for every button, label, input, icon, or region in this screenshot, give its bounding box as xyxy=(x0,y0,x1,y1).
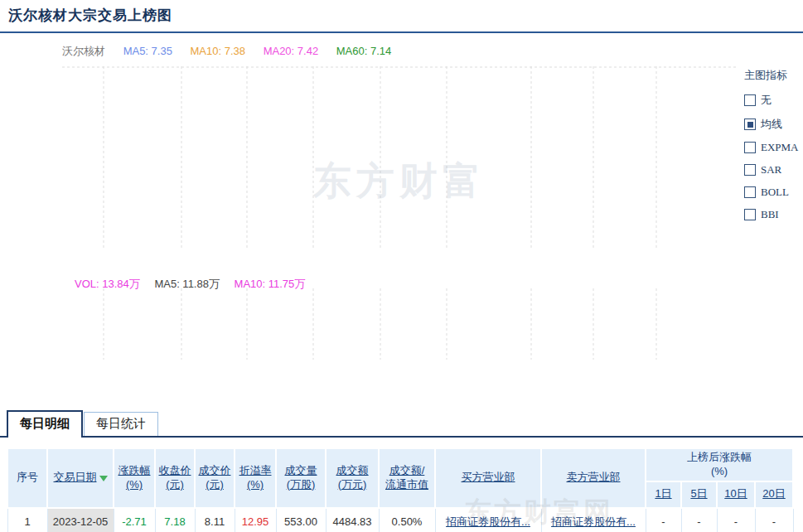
stock-name-label: 沃尔核材 xyxy=(62,45,105,57)
ma20-legend: MA20: 7.42 xyxy=(264,45,319,57)
checkbox-icon[interactable] xyxy=(744,164,756,176)
vol-value-label: VOL: 13.84万 xyxy=(75,278,140,290)
cell-volume: 553.00 xyxy=(276,508,326,532)
main-chart-legend: 沃尔核材 MA5: 7.35 MA10: 7.38 MA20: 7.42 MA6… xyxy=(62,44,406,59)
table-row: 1 2023-12-05 -2.71 7.18 8.11 12.95 553.0… xyxy=(7,508,793,532)
ma5-legend: MA5: 7.35 xyxy=(123,45,172,57)
indicator-option-ma[interactable]: 均线 xyxy=(744,117,802,132)
option-label: BOLL xyxy=(761,186,789,199)
page-title: 沃尔核材大宗交易上榜图 xyxy=(8,6,795,25)
vol-ma5-label: MA5: 11.88万 xyxy=(154,278,220,290)
option-label: SAR xyxy=(761,163,781,177)
indicator-option-none[interactable]: 无 xyxy=(744,93,802,108)
checkbox-icon[interactable] xyxy=(744,186,756,198)
col-10day[interactable]: 10日 xyxy=(717,481,755,508)
cell-10day: - xyxy=(717,508,755,532)
col-group-after-listing: 上榜后涨跌幅 (%) xyxy=(646,448,793,481)
col-deal-price[interactable]: 成交价 (元) xyxy=(195,448,235,508)
tab-daily-stats[interactable]: 每日统计 xyxy=(84,412,158,436)
cell-close-price: 7.18 xyxy=(155,508,195,532)
indicator-sidebar: 主图指标 无 均线 EXPMA SAR BOLL xyxy=(744,68,802,230)
indicator-option-bbi[interactable]: BBI xyxy=(744,208,802,221)
checkbox-icon[interactable] xyxy=(744,142,756,153)
col-1day[interactable]: 1日 xyxy=(646,481,681,508)
cell-amount-mktcap: 0.50% xyxy=(379,508,435,532)
checkbox-icon[interactable] xyxy=(744,209,756,220)
cell-premium-rate: 12.95 xyxy=(235,508,276,532)
cell-5day: - xyxy=(681,508,717,532)
detail-tabs: 每日明细 每日统计 xyxy=(0,410,803,438)
checkbox-icon[interactable] xyxy=(744,94,756,106)
col-premium-rate[interactable]: 折溢率 (%) xyxy=(235,448,276,508)
cell-change-pct: -2.71 xyxy=(114,508,155,532)
col-trade-date[interactable]: 交易日期 xyxy=(47,448,114,508)
col-seller-branch[interactable]: 卖方营业部 xyxy=(541,448,646,508)
option-label: 均线 xyxy=(761,117,782,132)
col-amount[interactable]: 成交额 (万元) xyxy=(326,448,379,508)
chart-area: 沃尔核材 MA5: 7.35 MA10: 7.38 MA20: 7.42 MA6… xyxy=(0,33,803,410)
tab-daily-detail[interactable]: 每日明细 xyxy=(7,410,83,438)
col-close-price[interactable]: 收盘价 (元) xyxy=(155,448,195,508)
cell-amount: 4484.83 xyxy=(326,508,379,532)
block-trade-page: 沃尔核材大宗交易上榜图 沃尔核材 MA5: 7.35 MA10: 7.38 MA… xyxy=(0,0,803,532)
cell-seq: 1 xyxy=(7,508,47,532)
col-20day[interactable]: 20日 xyxy=(755,481,793,508)
cell-buyer-branch-link[interactable]: 招商证券股份有... xyxy=(435,508,541,532)
checkbox-checked-icon[interactable] xyxy=(744,118,756,130)
volume-legend: VOL: 13.84万 MA5: 11.88万 MA10: 11.75万 xyxy=(75,277,317,292)
indicator-option-boll[interactable]: BOLL xyxy=(744,186,802,199)
col-change-pct[interactable]: 涨跌幅 (%) xyxy=(114,448,155,508)
cell-1day: - xyxy=(646,508,681,532)
col-buyer-branch[interactable]: 买方营业部 xyxy=(435,448,541,508)
sort-desc-icon xyxy=(99,476,108,481)
col-volume[interactable]: 成交量 (万股) xyxy=(276,448,326,508)
indicator-option-expma[interactable]: EXPMA xyxy=(744,141,802,154)
ma60-legend: MA60: 7.14 xyxy=(336,45,392,57)
option-label: EXPMA xyxy=(761,141,799,154)
cell-20day: - xyxy=(755,508,793,532)
col-seq: 序号 xyxy=(7,448,47,508)
indicator-option-sar[interactable]: SAR xyxy=(744,163,802,177)
sidebar-title: 主图指标 xyxy=(744,68,802,83)
vol-ma10-label: MA10: 11.75万 xyxy=(235,278,306,290)
option-label: 无 xyxy=(761,93,772,108)
col-amount-mktcap[interactable]: 成交额/ 流通市值 xyxy=(379,448,435,508)
page-header: 沃尔核材大宗交易上榜图 xyxy=(0,0,803,33)
col-5day[interactable]: 5日 xyxy=(681,481,717,508)
stock-chart-canvas[interactable] xyxy=(0,33,803,410)
cell-trade-date: 2023-12-05 xyxy=(47,508,114,532)
option-label: BBI xyxy=(761,208,779,221)
cell-deal-price: 8.11 xyxy=(195,508,235,532)
ma10-legend: MA10: 7.38 xyxy=(191,45,246,57)
cell-seller-branch-link[interactable]: 招商证券股份有... xyxy=(541,508,646,532)
block-trade-table: 序号 交易日期 涨跌幅 (%) 收盘价 (元) 成交价 (元) 折溢率 (%) … xyxy=(7,447,794,532)
